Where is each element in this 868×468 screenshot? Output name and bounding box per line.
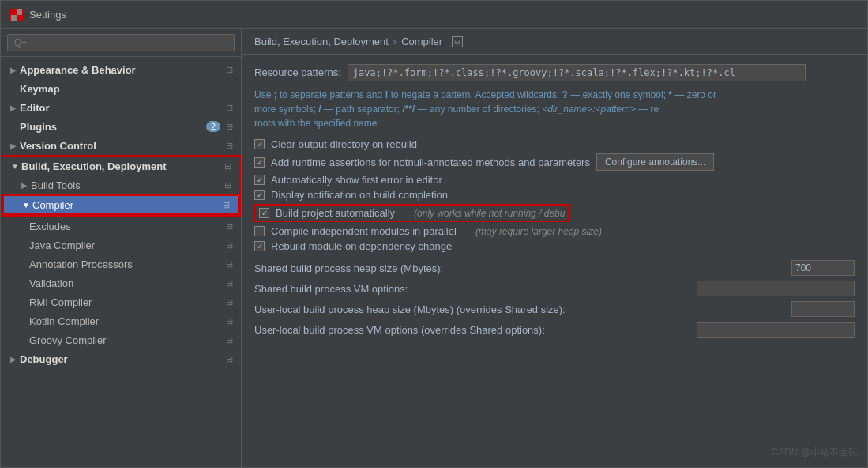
sidebar-item-java-compiler[interactable]: Java Compiler ⊟ (1, 236, 241, 255)
sidebar-item-label: Build Tools (31, 179, 219, 191)
display-notification-label: Display notification on build completion (271, 189, 448, 201)
window-title: Settings (29, 9, 66, 21)
sidebar-item-label: RMI Compiler (29, 296, 220, 308)
user-heap-size-label: User-local build process heap size (Mbyt… (254, 304, 791, 315)
build-auto-note: (only works while not running / debu (414, 208, 565, 219)
breadcrumb-path: Build, Execution, Deployment (254, 36, 389, 47)
svg-rect-1 (17, 15, 22, 21)
build-auto-checkbox[interactable] (259, 208, 269, 218)
rebuild-module-checkbox[interactable] (254, 241, 265, 251)
sidebar-item-plugins[interactable]: Plugins 2 ⊟ (1, 117, 241, 136)
sidebar-item-version-control[interactable]: ▶ Version Control ⊟ (1, 136, 241, 155)
runtime-assertions-row: Add runtime assertions for notnull-annot… (254, 153, 855, 171)
settings-icon: ⊟ (222, 160, 233, 172)
settings-icon: ⊟ (224, 353, 235, 364)
sidebar-item-label: Groovy Compiler (29, 334, 220, 346)
breadcrumb: Build, Execution, Deployment › Compiler … (242, 29, 867, 55)
right-panel: Build, Execution, Deployment › Compiler … (242, 29, 867, 467)
display-notification-row: Display notification on build completion (254, 189, 855, 201)
app-icon (10, 9, 23, 21)
sidebar-item-appearance[interactable]: ▶ Appearance & Behavior ⊟ (1, 60, 241, 79)
arrow-icon: ▶ (7, 139, 20, 152)
rebuild-module-row: Rebuild module on dependency change (254, 240, 855, 252)
arrow-icon: ▼ (20, 198, 32, 211)
configure-annotations-button[interactable]: Configure annotations... (596, 153, 714, 171)
sidebar-item-groovy-compiler[interactable]: Groovy Compiler ⊟ (1, 330, 241, 349)
breadcrumb-current: Compiler (401, 36, 442, 47)
rebuild-module-label: Rebuild module on dependency change (271, 240, 452, 252)
parallel-modules-checkbox[interactable] (254, 226, 265, 236)
settings-icon: ⊟ (224, 296, 235, 308)
sidebar-item-label: Version Control (20, 140, 220, 152)
settings-icon: ⊟ (224, 240, 235, 251)
main-content: ▶ Appearance & Behavior ⊟ Keymap ▶ Edito… (1, 29, 867, 467)
heap-size-label: Shared build process heap size (Mbytes): (254, 262, 791, 274)
show-first-error-label: Automatically show first error in editor (271, 174, 442, 186)
settings-icon: ⊟ (224, 102, 235, 113)
parallel-modules-label: Compile independent modules in parallel (271, 225, 457, 237)
heap-size-row: Shared build process heap size (Mbytes): (254, 260, 855, 276)
settings-icon: ⊟ (224, 221, 235, 232)
show-first-error-row: Automatically show first error in editor (254, 174, 855, 186)
resource-patterns-label: Resource patterns: (254, 64, 341, 78)
parallel-modules-note: (may require larger heap size) (475, 226, 602, 237)
sidebar-item-label: Compiler (32, 199, 217, 211)
plugin-badge: 2 (206, 121, 220, 132)
settings-icon: ⊟ (224, 259, 235, 270)
heap-size-input[interactable] (791, 260, 855, 276)
settings-icon: ⊟ (224, 121, 235, 132)
svg-rect-3 (11, 15, 17, 21)
settings-icon: ⊟ (224, 334, 235, 345)
settings-icon: ⊟ (222, 179, 233, 191)
show-first-error-checkbox[interactable] (254, 175, 265, 185)
runtime-assertions-checkbox[interactable] (254, 157, 265, 168)
sidebar-item-debugger[interactable]: ▶ Debugger ⊟ (1, 349, 241, 368)
settings-icon: ⊟ (224, 64, 235, 75)
sidebar-item-validation[interactable]: Validation ⊟ (1, 274, 241, 292)
sidebar-item-label: Plugins (20, 121, 203, 133)
arrow-icon: ▶ (18, 179, 31, 191)
clear-output-checkbox[interactable] (254, 139, 265, 149)
sidebar-item-label: Excludes (29, 221, 220, 232)
user-heap-size-input[interactable] (791, 301, 855, 317)
parallel-modules-row: Compile independent modules in parallel … (254, 225, 855, 237)
display-notification-checkbox[interactable] (254, 190, 265, 200)
build-auto-label: Build project automatically (276, 207, 395, 219)
vm-options-input[interactable] (697, 281, 855, 296)
settings-icon: ⊟ (224, 140, 235, 151)
vm-options-label: Shared build process VM options: (254, 283, 697, 295)
sidebar-item-compiler[interactable]: ▼ Compiler ⊟ (2, 194, 239, 215)
sidebar-item-label: Annotation Processors (29, 259, 220, 270)
sidebar-item-label: Debugger (20, 353, 220, 365)
arrow-icon: ▶ (7, 353, 20, 365)
settings-window: Settings ▶ Appearance & Behavior ⊟ Keyma… (0, 0, 868, 468)
sidebar-item-label: Appearance & Behavior (20, 64, 220, 76)
sidebar-item-excludes[interactable]: Excludes ⊟ (1, 217, 241, 236)
resource-hint-text: Use ; to separate patterns and ! to nega… (254, 88, 855, 130)
sidebar-item-build-exec-deploy[interactable]: ▼ Build, Execution, Deployment ⊟ (2, 157, 239, 176)
sidebar-item-rmi-compiler[interactable]: RMI Compiler ⊟ (1, 292, 241, 311)
sidebar-item-label: Keymap (20, 83, 235, 95)
resource-patterns-row: Resource patterns: (254, 64, 855, 81)
user-vm-options-input[interactable] (697, 322, 855, 338)
sidebar-item-kotlin-compiler[interactable]: Kotlin Compiler ⊟ (1, 311, 241, 330)
sidebar-item-keymap[interactable]: Keymap (1, 79, 241, 98)
search-box[interactable] (1, 29, 241, 57)
arrow-icon: ▶ (7, 101, 20, 114)
user-vm-options-row: User-local build process VM options (ove… (254, 322, 855, 338)
vm-options-row: Shared build process VM options: (254, 281, 855, 296)
settings-content: Resource patterns: Use ; to separate pat… (242, 55, 867, 467)
user-heap-size-row: User-local build process heap size (Mbyt… (254, 301, 855, 317)
svg-rect-2 (17, 9, 22, 15)
layout-icon[interactable]: ⊟ (452, 36, 463, 47)
clear-output-row: Clear output directory on rebuild (254, 138, 855, 150)
build-auto-row: Build project automatically (only works … (254, 204, 569, 222)
sidebar-item-editor[interactable]: ▶ Editor ⊟ (1, 98, 241, 117)
settings-icon: ⊟ (220, 199, 231, 210)
resource-patterns-input[interactable] (348, 64, 806, 81)
sidebar-item-annotation-processors[interactable]: Annotation Processors ⊟ (1, 255, 241, 274)
sidebar-item-build-tools[interactable]: ▶ Build Tools ⊟ (2, 176, 239, 194)
sidebar-item-label: Kotlin Compiler (29, 315, 220, 327)
search-input[interactable] (7, 34, 235, 51)
arrow-icon: ▼ (9, 160, 21, 172)
